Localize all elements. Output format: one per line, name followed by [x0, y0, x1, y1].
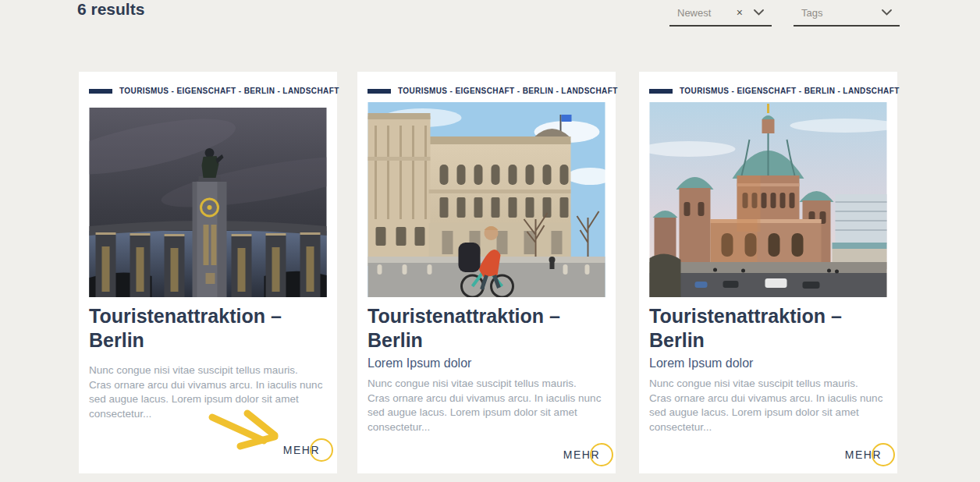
results-count: 6 results	[77, 0, 144, 19]
result-card: TOURISMUS - EIGENSCHAFT - BERLIN - LANDS…	[639, 72, 897, 473]
category-marker	[649, 89, 673, 94]
card-photo-soviet-memorial	[89, 102, 327, 297]
chevron-down-icon[interactable]	[754, 9, 764, 16]
card-photo-reichstag	[368, 102, 605, 297]
card-title: Touristenattraktion – Berlin	[89, 304, 327, 353]
card-photo-berlin-cathedral	[649, 102, 887, 297]
category-row: TOURISMUS - EIGENSCHAFT - BERLIN - LANDS…	[649, 87, 887, 95]
results-grid: TOURISMUS - EIGENSCHAFT - BERLIN - LANDS…	[79, 72, 897, 473]
result-card: TOURISMUS - EIGENSCHAFT - BERLIN - LANDS…	[357, 72, 616, 473]
highlight-circle-icon	[872, 443, 895, 466]
mehr-link[interactable]: MEHR	[283, 444, 320, 456]
category-marker	[368, 89, 391, 94]
card-excerpt: Nunc congue nisi vitae suscipit tellus m…	[89, 363, 323, 421]
card-title: Touristenattraktion – Berlin	[368, 304, 605, 353]
highlight-circle-icon	[590, 443, 613, 466]
mehr-link[interactable]: MEHR	[563, 448, 600, 461]
highlight-circle-icon	[310, 438, 333, 462]
category-label: TOURISMUS - EIGENSCHAFT - BERLIN - LANDS…	[680, 87, 900, 95]
card-excerpt: Nunc congue nisi vitae suscipit tellus m…	[649, 377, 883, 434]
card-title: Touristenattraktion – Berlin	[649, 304, 887, 353]
sort-select[interactable]: Newest ×	[669, 0, 772, 27]
card-subtitle: Lorem Ipsum dolor	[649, 356, 887, 370]
sort-select-value: Newest	[677, 7, 737, 19]
category-marker	[89, 89, 112, 94]
category-row: TOURISMUS - EIGENSCHAFT - BERLIN - LANDS…	[368, 87, 605, 95]
category-label: TOURISMUS - EIGENSCHAFT - BERLIN - LANDS…	[398, 87, 618, 95]
category-row: TOURISMUS - EIGENSCHAFT - BERLIN - LANDS…	[89, 87, 327, 95]
result-card: TOURISMUS - EIGENSCHAFT - BERLIN - LANDS…	[79, 72, 337, 473]
card-subtitle: Lorem Ipsum dolor	[368, 356, 605, 370]
category-label: TOURISMUS - EIGENSCHAFT - BERLIN - LANDS…	[119, 87, 339, 95]
tags-select-label: Tags	[801, 7, 882, 19]
mehr-link[interactable]: MEHR	[845, 448, 882, 461]
card-excerpt: Nunc congue nisi vitae suscipit tellus m…	[368, 377, 602, 434]
chevron-down-icon[interactable]	[882, 9, 892, 16]
clear-sort-icon[interactable]: ×	[737, 7, 743, 18]
tags-select[interactable]: Tags	[794, 0, 900, 27]
